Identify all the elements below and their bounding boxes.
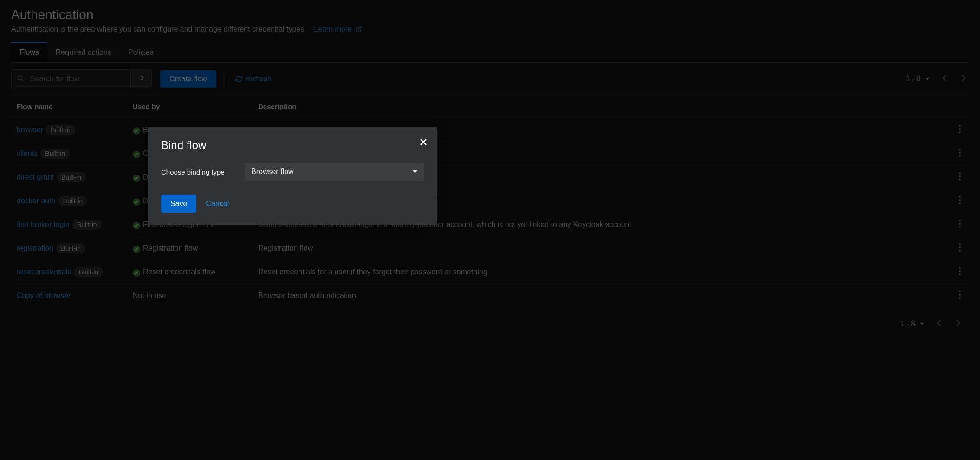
binding-type-label: Choose binding type — [161, 168, 231, 176]
modal-title: Bind flow — [161, 139, 424, 152]
binding-type-selected: Browser flow — [251, 168, 294, 176]
caret-down-icon — [413, 169, 417, 174]
modal-overlay[interactable] — [0, 0, 980, 460]
binding-type-select[interactable]: Browser flow — [245, 163, 424, 181]
close-icon — [420, 139, 427, 145]
bind-flow-modal: Bind flow Choose binding type Browser fl… — [148, 127, 437, 225]
modal-field-row: Choose binding type Browser flow — [161, 163, 424, 181]
cancel-button[interactable]: Cancel — [206, 200, 229, 208]
modal-actions: Save Cancel — [161, 195, 424, 213]
save-button[interactable]: Save — [161, 195, 196, 213]
modal-close-button[interactable] — [420, 137, 427, 148]
